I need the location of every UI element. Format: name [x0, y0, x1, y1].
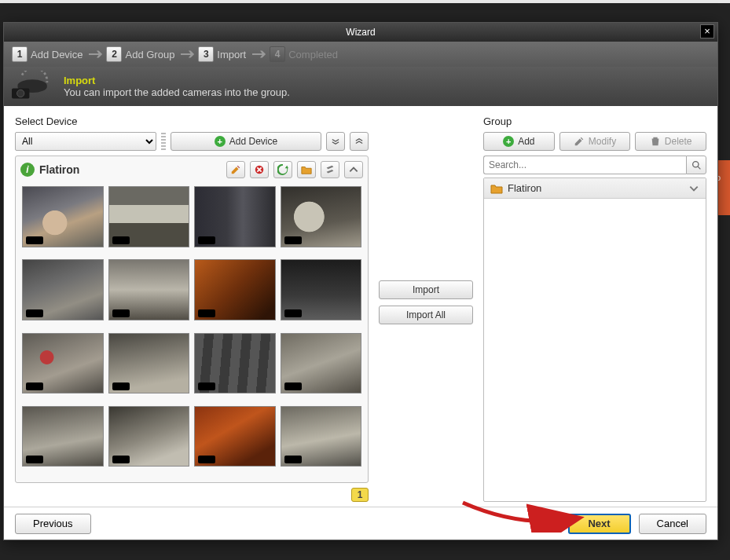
arrow-right-icon: [252, 49, 266, 59]
add-group-label: Add: [518, 136, 534, 147]
info-icon[interactable]: i: [20, 163, 35, 177]
camera-thumbnail[interactable]: [108, 406, 190, 467]
edit-button[interactable]: [226, 161, 245, 178]
cancel-button[interactable]: Cancel: [639, 514, 706, 534]
step-1-badge: 1: [12, 46, 28, 62]
camera-thumbnail[interactable]: [22, 186, 104, 247]
camera-thumbnail[interactable]: [22, 333, 104, 394]
camera-thumbnail[interactable]: [281, 333, 362, 394]
group-column: Group + Add Modify Delete: [483, 115, 706, 502]
settings-button[interactable]: [321, 161, 339, 178]
camera-thumbnail[interactable]: [108, 259, 190, 320]
camera-thumbnail[interactable]: [194, 406, 276, 467]
step-4-label: Completed: [288, 49, 338, 60]
search-input[interactable]: [483, 156, 686, 174]
device-toolbar: All + Add Device: [15, 132, 369, 151]
group-node-label: Flatiron: [508, 182, 541, 194]
wizard-footer: Previous Next Cancel: [4, 507, 717, 540]
expand-down-button[interactable]: [326, 132, 345, 151]
collapse-panel-button[interactable]: [344, 161, 363, 178]
device-panel-header: i Flatiron: [20, 161, 363, 178]
device-filter-select[interactable]: All: [15, 132, 156, 151]
group-search-row: [483, 156, 706, 174]
import-buttons-column: Import Import All: [375, 115, 477, 502]
camera-thumbnail[interactable]: [22, 406, 104, 467]
chevron-down-icon: [688, 183, 699, 194]
select-device-column: Select Device All + Add Device: [15, 115, 369, 502]
camera-thumbnail[interactable]: [108, 333, 190, 394]
step-4-badge: 4: [270, 46, 285, 62]
arrow-right-icon: [181, 49, 195, 59]
title-bar: Wizard ×: [4, 23, 717, 42]
import-label: Import: [413, 284, 439, 295]
camera-thumbnail[interactable]: [22, 259, 104, 320]
group-label: Group: [483, 115, 706, 127]
previous-label: Previous: [33, 518, 73, 529]
modify-group-label: Modify: [589, 136, 616, 147]
step-1-label: Add Device: [31, 49, 83, 60]
import-all-label: Import All: [406, 309, 446, 320]
device-panel: i Flatiron: [15, 156, 369, 483]
camera-thumbnail[interactable]: [281, 186, 362, 247]
delete-group-button[interactable]: Delete: [635, 132, 706, 151]
page-indicator[interactable]: 1: [351, 488, 369, 502]
next-button[interactable]: Next: [568, 514, 631, 534]
add-group-button[interactable]: + Add: [483, 132, 555, 151]
content-area: Select Device All + Add Device: [4, 106, 717, 507]
camera-thumbnail[interactable]: [281, 406, 362, 467]
pencil-icon: [574, 136, 585, 147]
step-2-label: Add Group: [125, 49, 174, 60]
step-2-badge: 2: [106, 46, 122, 62]
group-tree: Flatiron: [483, 178, 706, 502]
camera-thumbnail[interactable]: [194, 186, 276, 247]
camera-thumbnail-grid: [20, 183, 363, 478]
previous-button[interactable]: Previous: [15, 514, 91, 534]
wizard-step-bar: 1 Add Device 2 Add Group 3 Import 4 Comp…: [4, 42, 717, 67]
import-all-button[interactable]: Import All: [379, 306, 473, 324]
banner-description: You can import the added cameras into th…: [64, 86, 290, 98]
add-device-label: Add Device: [229, 136, 277, 147]
step-3-badge: 3: [198, 46, 214, 62]
info-banner: Import You can import the added cameras …: [4, 67, 717, 106]
camera-import-icon: [12, 71, 56, 102]
close-icon[interactable]: ×: [700, 24, 714, 38]
wizard-dialog: Wizard × 1 Add Device 2 Add Group 3 Impo…: [3, 22, 718, 540]
device-panel-title: Flatiron: [39, 163, 222, 176]
cancel-label: Cancel: [657, 518, 688, 529]
search-icon: [691, 160, 702, 170]
add-device-button[interactable]: + Add Device: [171, 132, 321, 151]
folder-icon: [490, 183, 503, 194]
arrow-right-icon: [89, 49, 103, 59]
search-button[interactable]: [686, 156, 706, 174]
select-device-label: Select Device: [15, 115, 369, 127]
camera-thumbnail[interactable]: [108, 186, 190, 247]
banner-text: Import You can import the added cameras …: [64, 75, 290, 98]
svg-point-1: [17, 90, 24, 97]
remove-button[interactable]: [250, 161, 269, 178]
toolbar-grip-icon: [161, 133, 166, 150]
open-folder-button[interactable]: [297, 161, 316, 178]
camera-thumbnail[interactable]: [194, 259, 276, 320]
plus-icon: +: [503, 136, 514, 147]
refresh-button[interactable]: [273, 161, 292, 178]
svg-point-3: [692, 161, 698, 167]
modify-group-button[interactable]: Modify: [559, 132, 631, 151]
plus-icon: +: [215, 136, 226, 147]
camera-thumbnail[interactable]: [281, 259, 362, 320]
banner-title: Import: [64, 75, 290, 86]
next-label: Next: [588, 518, 610, 529]
step-3-label: Import: [217, 49, 246, 60]
import-button[interactable]: Import: [379, 280, 473, 299]
window-title: Wizard: [346, 27, 375, 38]
group-toolbar: + Add Modify Delete: [483, 132, 706, 151]
trash-icon: [650, 136, 661, 147]
delete-group-label: Delete: [665, 136, 692, 147]
camera-thumbnail[interactable]: [194, 333, 276, 394]
collapse-up-button[interactable]: [350, 132, 369, 151]
group-node-flatiron[interactable]: Flatiron: [484, 178, 706, 199]
